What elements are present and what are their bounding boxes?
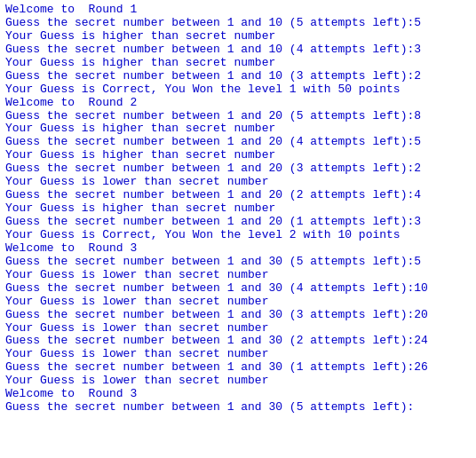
terminal-line: Guess the secret number between 1 and 20… xyxy=(5,110,471,123)
terminal-line: Your Guess is higher than secret number xyxy=(5,202,471,216)
terminal-line: Your Guess is higher than secret number xyxy=(5,30,471,43)
terminal-line: Guess the secret number between 1 and 30… xyxy=(5,335,471,348)
terminal-line: Guess the secret number between 1 and 30… xyxy=(5,401,471,415)
terminal-line: Your Guess is higher than secret number xyxy=(5,149,471,162)
terminal-line: Your Guess is lower than secret number xyxy=(5,296,471,309)
terminal-line: Guess the secret number between 1 and 20… xyxy=(5,216,471,229)
terminal-line: Your Guess is lower than secret number xyxy=(5,375,471,388)
terminal-line: Guess the secret number between 1 and 10… xyxy=(5,43,471,57)
terminal-line: Your Guess is higher than secret number xyxy=(5,122,471,136)
terminal-line: Guess the secret number between 1 and 30… xyxy=(5,309,471,322)
terminal-line: Welcome to Round 3 xyxy=(5,242,471,256)
terminal-line: Your Guess is lower than secret number xyxy=(5,322,471,336)
terminal-line: Your Guess is Correct, You Won the level… xyxy=(5,83,471,97)
terminal-line: Your Guess is Correct, You Won the level… xyxy=(5,229,471,242)
terminal-line: Guess the secret number between 1 and 30… xyxy=(5,361,471,375)
terminal-line: Your Guess is lower than secret number xyxy=(5,348,471,361)
terminal-line: Guess the secret number between 1 and 30… xyxy=(5,256,471,269)
terminal-line: Welcome to Round 3 xyxy=(5,388,471,401)
terminal-line: Guess the secret number between 1 and 20… xyxy=(5,136,471,149)
terminal-line: Guess the secret number between 1 and 20… xyxy=(5,189,471,202)
terminal-line: Your Guess is lower than secret number xyxy=(5,269,471,282)
terminal-line: Guess the secret number between 1 and 10… xyxy=(5,70,471,83)
terminal-line: Guess the secret number between 1 and 20… xyxy=(5,162,471,176)
terminal-line: Your Guess is higher than secret number xyxy=(5,57,471,70)
terminal-line: Welcome to Round 1 xyxy=(5,4,471,17)
terminal-output: Welcome to Round 1Guess the secret numbe… xyxy=(5,4,471,415)
terminal-line: Guess the secret number between 1 and 10… xyxy=(5,17,471,30)
terminal-line: Welcome to Round 2 xyxy=(5,97,471,110)
terminal-line: Guess the secret number between 1 and 30… xyxy=(5,282,471,296)
terminal-line: Your Guess is lower than secret number xyxy=(5,176,471,189)
